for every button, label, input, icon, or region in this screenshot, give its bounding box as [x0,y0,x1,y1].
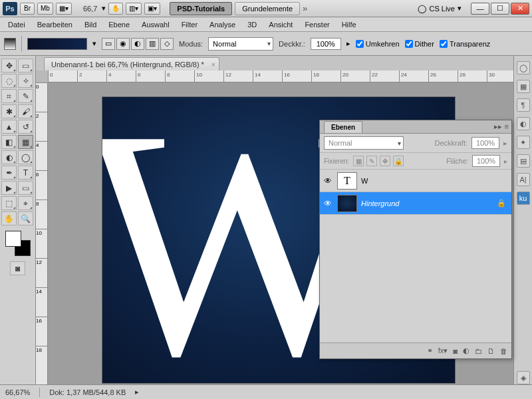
link-layers-icon[interactable]: ⚭ [427,346,433,355]
layer-thumbnail[interactable]: T [337,172,357,190]
layer-thumbnail[interactable] [337,195,357,212]
bridge-button[interactable]: Br [20,3,35,15]
close-tab-icon[interactable]: × [211,61,215,68]
masks-panel-icon[interactable]: ▤ [517,154,530,168]
add-mask-icon[interactable]: ◙ [453,347,458,355]
layer-row[interactable]: 👁 T W [320,170,511,192]
lock-all-icon[interactable]: 🔒 [393,156,404,166]
visibility-icon[interactable]: 👁 [323,176,333,186]
lock-transparency-icon[interactable]: ▦ [353,156,364,166]
screen-mode-button[interactable]: ▣▾ [144,3,160,15]
workspace-more[interactable]: » [303,3,307,13]
maximize-button[interactable]: ☐ [491,3,509,15]
pen-tool[interactable]: ✒ [1,166,17,180]
adjustment-layer-icon[interactable]: ◐ [463,346,469,355]
swatches-panel-icon[interactable]: ▦ [517,80,530,93]
cs-live-icon[interactable]: ◯ [418,4,426,13]
ruler-horizontal[interactable]: 024681012141618202224262830 [48,70,513,82]
layers-panel-icon[interactable]: ◈ [517,371,530,384]
reverse-checkbox[interactable]: Umkehren [356,40,400,48]
menu-analyse[interactable]: Analyse [205,19,239,30]
lasso-tool[interactable]: ◌ [1,74,17,88]
path-select-tool[interactable]: ▶ [1,181,17,195]
layers-panel[interactable]: Ebenen ▸▸≡ Normal Deckkraft: 100%▸ Fixie… [319,120,512,359]
gradient-radial[interactable]: ◉ [116,38,130,50]
color-swatches[interactable] [5,231,31,256]
fill-input[interactable]: 100% [472,155,500,167]
new-layer-icon[interactable]: 🗋 [487,347,495,355]
blend-mode-select[interactable]: Normal [208,37,273,51]
adjustments-panel-icon[interactable]: ◐ [517,117,530,130]
zoom-tool[interactable]: 🔍 [18,211,33,225]
history-brush-tool[interactable]: ↺ [18,120,33,134]
quick-mask-toggle[interactable]: ◙ [10,261,25,275]
layer-row[interactable]: 👁 Hintergrund 🔒 [320,192,511,215]
arrange-button[interactable]: ▥▾ [126,3,142,15]
marquee-tool[interactable]: ▭ [18,59,33,72]
gradient-tool[interactable]: ▦ [18,135,33,149]
cs-live-label[interactable]: CS Live [429,5,455,13]
styles-panel-icon[interactable]: ✦ [517,136,530,149]
layer-name[interactable]: Hintergrund [361,200,399,207]
clone-stamp-tool[interactable]: ▲ [1,120,17,134]
opacity-input[interactable]: 100% [311,38,341,50]
eraser-tool[interactable]: ◧ [1,135,17,149]
spot-heal-tool[interactable]: ✱ [1,104,17,118]
crop-tool[interactable]: ⌗ [1,89,17,103]
minibridge-button[interactable]: Mb [37,3,53,15]
3d-tool[interactable]: ⬚ [1,196,17,210]
workspace-tab-psd-tutorials[interactable]: PSD-Tutorials [170,2,232,15]
kuler-panel-icon[interactable]: ku [517,192,530,205]
lock-pixels-icon[interactable]: ✎ [366,156,377,166]
ruler-vertical[interactable]: 024681012141618 [36,82,48,384]
gradient-linear[interactable]: ▭ [102,38,115,50]
layer-name[interactable]: W [361,177,368,185]
status-zoom[interactable]: 66,67% [5,388,30,396]
3d-camera-tool[interactable]: ⌖ [18,196,33,210]
gradient-reflected[interactable]: ▥ [146,38,159,50]
hand-tool-button[interactable]: ✋ [108,3,123,15]
workspace-tab-grundelemente[interactable]: Grundelemente [235,2,300,15]
layer-opacity-input[interactable]: 100% [471,137,499,149]
color-panel-icon[interactable]: ◯ [517,61,530,74]
document-tab[interactable]: Unbenannt-1 bei 66,7% (Hintergrund, RGB/… [44,57,219,70]
new-group-icon[interactable]: 🗀 [475,347,482,355]
close-button[interactable]: ✕ [511,3,529,15]
menu-3d[interactable]: 3D [243,19,261,30]
layer-fx-icon[interactable]: fx▾ [438,346,448,355]
menu-ebene[interactable]: Ebene [104,19,134,30]
dodge-tool[interactable]: ◯ [18,150,33,164]
menu-bild[interactable]: Bild [80,19,100,30]
menu-ansicht[interactable]: Ansicht [265,19,297,30]
status-doc-info[interactable]: Dok: 1,37 MB/544,8 KB [49,388,126,396]
brush-tool[interactable]: 🖌 [18,104,33,118]
paragraph-panel-icon[interactable]: ¶ [517,98,530,112]
transparency-checkbox[interactable]: Transparenz [440,40,490,48]
magic-wand-tool[interactable]: ✧ [18,74,33,88]
menu-filter[interactable]: Filter [178,19,201,30]
view-extras-button[interactable]: ▦▾ [56,3,72,15]
lock-position-icon[interactable]: ✥ [380,156,390,166]
menu-fenster[interactable]: Fenster [301,19,333,30]
menu-datei[interactable]: Datei [4,19,29,30]
layers-tab[interactable]: Ebenen [324,121,362,133]
character-panel-icon[interactable]: A| [517,173,530,186]
delete-layer-icon[interactable]: 🗑 [500,347,507,355]
move-tool[interactable]: ✥ [1,59,17,72]
lock-icon[interactable]: 🔒 [497,199,506,207]
minimize-button[interactable]: — [471,3,489,15]
blur-tool[interactable]: ◐ [1,150,17,164]
panel-collapse-icon[interactable]: ▸▸ [494,122,502,131]
hand-tool[interactable]: ✋ [1,211,17,225]
zoom-level[interactable]: 66,7 [81,5,99,13]
gradient-diamond[interactable]: ◇ [160,38,174,50]
panel-menu-icon[interactable]: ≡ [505,122,509,131]
visibility-icon[interactable]: 👁 [323,199,333,208]
dither-checkbox[interactable]: Dither [405,40,434,48]
shape-tool[interactable]: ▭ [18,181,33,195]
menu-auswahl[interactable]: Auswahl [138,19,174,30]
menu-hilfe[interactable]: Hilfe [338,19,360,30]
gradient-angle[interactable]: ◐ [131,38,144,50]
eyedropper-tool[interactable]: ✎ [18,89,33,103]
tool-preset-picker[interactable] [4,38,16,50]
